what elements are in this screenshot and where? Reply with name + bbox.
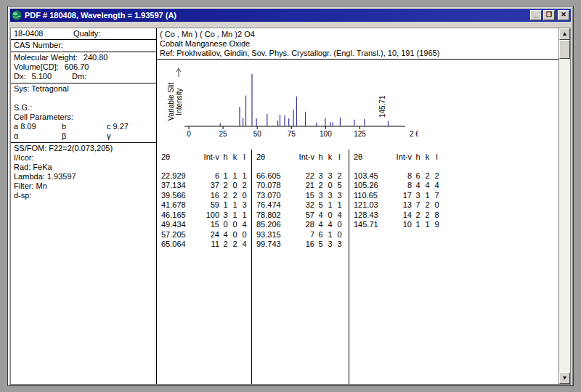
pattern-panel: ( Co , Mn ) ( Co , Mn )2 O4 Cobalt Manga… (157, 28, 558, 384)
close-button[interactable]: ✕ (558, 10, 569, 20)
cas-number-label: CAS Number: (11, 41, 156, 50)
dm-label: Dm: (72, 72, 86, 81)
scrollbar-track[interactable] (559, 59, 570, 372)
peak-table-group: 2θInt-vhkl103.458622105.268444110.651731… (349, 150, 558, 384)
volume-label: Volume[CD]: (14, 62, 59, 71)
col-k: k (423, 152, 432, 163)
peak-annotation: 145.71 (378, 95, 386, 118)
dx-value: 5.100 (32, 72, 52, 81)
table-row: 76.47432511 (256, 200, 349, 211)
table-row: 110.6517317 (354, 191, 558, 201)
col-h: h (413, 152, 423, 163)
titlebar-gap (10, 22, 571, 28)
table-row: 128.4314228 (354, 211, 558, 221)
col-l: l (432, 152, 442, 163)
table-row: 66.60522332 (256, 171, 349, 181)
measurement-section: SS/FOM: F22=2(0.073,205) I/Icor: Rad: Fe… (11, 143, 156, 202)
x-axis-label: 2 θ° (410, 130, 418, 138)
y-axis-arrow-icon (176, 68, 181, 77)
chemical-formula: ( Co , Mn ) ( Co , Mn )2 O4 (160, 30, 556, 39)
table-row: 103.458622 (354, 171, 558, 181)
table-row: 93.3157610 (256, 230, 349, 240)
lambda: Lambda: 1.93597 (11, 172, 156, 181)
id-quality-section: 18-0408 Quality: (11, 28, 156, 40)
ss-fom: SS/FOM: F22=2(0.073,205) (11, 144, 156, 153)
x-tick-label: 25 (219, 130, 228, 138)
col-intensity: Int-v (198, 152, 221, 163)
table-row: 78.80257404 (256, 211, 349, 221)
cas-section: CAS Number: (11, 40, 156, 52)
cell-c: c 9.27 (107, 122, 153, 131)
molecular-weight-value: 240.80 (84, 53, 108, 62)
scroll-up-icon[interactable]: ▲ (559, 28, 570, 40)
col-2theta: 2θ (256, 152, 293, 163)
chart-area: Variable SlitIntensity02550751001252 θ°1… (157, 60, 558, 150)
table-row: 65.06411224 (161, 240, 251, 250)
table-row: 85.20628440 (256, 220, 349, 230)
crystallography-section: Sys: Tetragonal S.G.: Cell Parameters: a… (11, 83, 156, 143)
card-info-panel: 18-0408 Quality: CAS Number: Molecular W… (11, 28, 157, 384)
table-header-row: 2θInt-vhkl (161, 152, 251, 163)
compound-name: Cobalt Manganese Oxide (160, 39, 556, 49)
col-h: h (221, 152, 230, 163)
col-l: l (240, 152, 249, 163)
radiation: Rad: FeKa (11, 163, 156, 172)
physical-data-section: Molecular Weight:240.80 Volume[CD]:606.7… (11, 52, 156, 83)
peak-table-group: 2θInt-vhkl22.929611137.1343720239.566162… (157, 150, 251, 384)
window-title: PDF # 180408, Wavelength = 1.93597 (A) (25, 11, 529, 20)
table-row: 49.43415004 (161, 220, 251, 230)
x-tick-label: 100 (320, 130, 332, 138)
table-row: 99.74316533 (256, 240, 349, 250)
gamma-label: γ (107, 131, 153, 141)
table-row: 73.07015333 (256, 191, 349, 201)
svg-text:Intensity: Intensity (175, 88, 183, 115)
cell-abc-row: a 8.09 b c 9.27 (11, 122, 156, 131)
i-icor-label: I/Icor: (11, 153, 156, 163)
table-header-row: 2θInt-vhkl (256, 152, 349, 163)
col-h: h (316, 152, 325, 163)
vertical-scrollbar[interactable]: ▲ ▼ (558, 28, 570, 384)
table-row: 70.07821205 (256, 181, 349, 191)
col-k: k (325, 152, 335, 163)
maximize-button[interactable]: ❐ (543, 10, 555, 20)
col-intensity: Int-v (390, 152, 413, 163)
table-row: 41.67859113 (161, 200, 251, 211)
filter: Filter: Mn (11, 181, 156, 191)
x-tick-label: 50 (253, 130, 262, 138)
card-content: 18-0408 Quality: CAS Number: Molecular W… (10, 28, 571, 385)
pdf-card-window: PDF # 180408, Wavelength = 1.93597 (A) _… (7, 6, 574, 386)
minimize-button[interactable]: _ (530, 10, 542, 20)
y-axis-label: Variable Slit (167, 82, 175, 121)
col-k: k (230, 152, 240, 163)
alpha-label: α (14, 131, 62, 141)
table-row: 46.165100311 (161, 211, 251, 221)
col-2theta: 2θ (161, 152, 198, 163)
col-2theta: 2θ (354, 152, 390, 163)
cell-parameters-label: Cell Parameters: (11, 113, 156, 122)
compound-header: ( Co , Mn ) ( Co , Mn )2 O4 Cobalt Manga… (157, 28, 558, 60)
table-row: 37.13437202 (161, 181, 251, 191)
quality-label: Quality: (73, 29, 100, 38)
d-spacing-label: d-sp: (11, 191, 156, 200)
col-intensity: Int-v (293, 152, 316, 163)
table-header-row: 2θInt-vhkl (354, 152, 558, 163)
diffraction-pattern-chart: Variable SlitIntensity02550751001252 θ°1… (157, 64, 418, 148)
pdf-card-number: 18-0408 (11, 29, 73, 38)
blank-row (11, 94, 156, 103)
peak-table-group: 2θInt-vhkl66.6052233270.0782120573.07015… (251, 150, 349, 384)
x-tick-label: 75 (288, 130, 296, 138)
cell-a: a 8.09 (14, 122, 62, 131)
title-bar[interactable]: PDF # 180408, Wavelength = 1.93597 (A) _… (10, 9, 571, 22)
dx-label: Dx: (14, 72, 26, 81)
scroll-down-icon[interactable]: ▼ (559, 372, 570, 384)
table-row: 22.9296111 (161, 171, 251, 181)
table-row: 121.0313720 (354, 200, 558, 211)
cell-angles-row: α β γ (11, 131, 156, 141)
cell-b: b (62, 122, 107, 131)
scrollbar-thumb[interactable] (559, 40, 570, 59)
peak-table: 2θInt-vhkl22.929611137.1343720239.566162… (157, 150, 558, 384)
table-row: 57.20524400 (161, 230, 251, 240)
beta-label: β (62, 131, 107, 141)
reference: Ref: Prokhvatilov, Gindin, Sov. Phys. Cr… (160, 49, 556, 58)
x-tick-label: 125 (354, 130, 366, 138)
